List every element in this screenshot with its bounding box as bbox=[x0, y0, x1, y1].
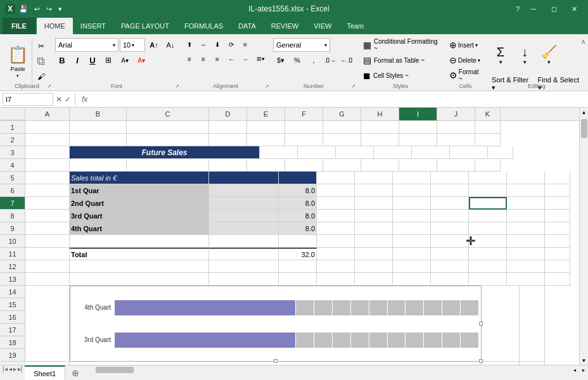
ribbon-tabs[interactable]: FILE HOME INSERT PAGE LAYOUT FORMULAS DA… bbox=[0, 18, 588, 34]
cell-A11[interactable] bbox=[25, 248, 70, 260]
save-button[interactable]: 💾 bbox=[16, 4, 30, 15]
cell-A6[interactable] bbox=[25, 184, 70, 197]
tab-formulas[interactable]: FORMULAS bbox=[177, 18, 231, 34]
row-header-19[interactable]: 19 bbox=[0, 349, 25, 362]
cell-G11[interactable] bbox=[393, 248, 431, 260]
cell-A15[interactable] bbox=[25, 362, 70, 365]
cell-E8[interactable] bbox=[317, 210, 355, 222]
increase-indent-button[interactable]: → bbox=[239, 53, 252, 65]
tab-page-layout[interactable]: PAGE LAYOUT bbox=[113, 18, 177, 34]
col-header-g[interactable]: G bbox=[323, 108, 361, 120]
merge-center-button[interactable]: ⊞▾ bbox=[253, 52, 268, 66]
cell-C13[interactable] bbox=[209, 273, 279, 286]
hscroll-thumb[interactable] bbox=[96, 367, 134, 373]
cell-B1[interactable] bbox=[70, 121, 127, 134]
cell-F13[interactable] bbox=[355, 273, 393, 286]
cut-button[interactable]: ✂ bbox=[34, 39, 49, 53]
cell-F4[interactable] bbox=[285, 159, 323, 172]
cell-J13[interactable] bbox=[507, 273, 545, 286]
cell-K15[interactable] bbox=[520, 362, 545, 365]
cell-A13[interactable] bbox=[25, 273, 70, 286]
sheet-navigation[interactable]: |◂ ◂ ▸ ▸| bbox=[0, 365, 25, 380]
cell-H5[interactable] bbox=[431, 172, 469, 184]
cell-A9[interactable] bbox=[25, 222, 70, 235]
close-button[interactable]: ✕ bbox=[565, 0, 583, 18]
confirm-formula-icon[interactable]: ✓ bbox=[65, 95, 71, 104]
cell-J4[interactable] bbox=[437, 159, 475, 172]
cell-C6[interactable] bbox=[209, 184, 279, 197]
underline-button[interactable]: U bbox=[86, 53, 99, 67]
col-header-c[interactable]: C bbox=[127, 108, 209, 120]
increase-decimal-button[interactable]: .0→ bbox=[323, 53, 338, 67]
decrease-font-button[interactable]: A↓ bbox=[163, 38, 178, 52]
tab-view[interactable]: VIEW bbox=[306, 18, 339, 34]
row-header-11[interactable]: 11 bbox=[0, 248, 25, 260]
corner-cell[interactable] bbox=[0, 108, 25, 120]
cell-J10[interactable] bbox=[507, 235, 545, 248]
tab-team[interactable]: Team bbox=[339, 18, 371, 34]
tab-insert[interactable]: INSERT bbox=[73, 18, 113, 34]
cell-I9[interactable] bbox=[469, 222, 507, 235]
paste-button[interactable]: 📋 Paste ▾ bbox=[4, 38, 32, 85]
cell-G3[interactable] bbox=[336, 146, 374, 159]
cell-A14[interactable] bbox=[25, 286, 70, 362]
cell-D1[interactable] bbox=[209, 121, 247, 134]
cell-C11[interactable] bbox=[209, 248, 279, 260]
row-header-12[interactable]: 12 bbox=[0, 260, 25, 273]
cell-F1[interactable] bbox=[285, 121, 323, 134]
cell-H11[interactable] bbox=[431, 248, 469, 260]
row-header-15[interactable]: 15 bbox=[0, 298, 25, 311]
cell-J5[interactable] bbox=[507, 172, 545, 184]
cell-F12[interactable] bbox=[355, 260, 393, 273]
font-size-selector[interactable]: 10 ▾ bbox=[120, 38, 145, 52]
horizontal-scrollbar[interactable] bbox=[83, 365, 570, 380]
cell-D5[interactable] bbox=[279, 172, 317, 184]
col-header-b[interactable]: B bbox=[70, 108, 127, 120]
cell-E3[interactable] bbox=[260, 146, 298, 159]
collapse-ribbon-button[interactable]: ∧ bbox=[581, 38, 585, 45]
quick-access-toolbar[interactable]: X 💾 ↩ ↪ ▾ bbox=[5, 4, 65, 15]
row-header-13[interactable]: 13 bbox=[0, 273, 25, 286]
cell-J14[interactable] bbox=[482, 286, 520, 362]
cell-K7[interactable] bbox=[545, 197, 570, 210]
cell-I4[interactable] bbox=[399, 159, 437, 172]
autosum-button[interactable]: Σ ▾ bbox=[489, 38, 512, 73]
italic-button[interactable]: I bbox=[70, 53, 84, 67]
cell-H3[interactable] bbox=[374, 146, 412, 159]
cell-G13[interactable] bbox=[393, 273, 431, 286]
cell-E9[interactable] bbox=[317, 222, 355, 235]
cell-H1[interactable] bbox=[361, 121, 399, 134]
cell-styles-button[interactable]: ◼ Cell Styles ~ bbox=[359, 68, 412, 82]
cell-E5[interactable] bbox=[317, 172, 355, 184]
row-header-18[interactable]: 18 bbox=[0, 336, 25, 349]
redo-button[interactable]: ↪ bbox=[44, 4, 54, 15]
fill-color-button[interactable]: A▾ bbox=[117, 53, 132, 67]
cell-G12[interactable] bbox=[393, 260, 431, 273]
cell-J15[interactable] bbox=[482, 362, 520, 365]
cell-I1[interactable] bbox=[399, 121, 437, 134]
cell-C7[interactable] bbox=[209, 197, 279, 210]
cell-H13[interactable] bbox=[431, 273, 469, 286]
cell-B6[interactable]: 1st Quar bbox=[70, 184, 209, 197]
col-header-k[interactable]: K bbox=[475, 108, 501, 120]
col-header-d[interactable]: D bbox=[209, 108, 247, 120]
cell-J11[interactable] bbox=[507, 248, 545, 260]
align-bottom-button[interactable]: ⬇ bbox=[211, 38, 224, 51]
cell-D8[interactable]: 8.0 bbox=[279, 210, 317, 222]
cell-H7[interactable] bbox=[431, 197, 469, 210]
col-header-e[interactable]: E bbox=[247, 108, 285, 120]
align-middle-button[interactable]: ↔ bbox=[197, 38, 210, 51]
decrease-decimal-button[interactable]: ←.0 bbox=[339, 53, 354, 67]
cell-A3[interactable] bbox=[25, 146, 70, 159]
cell-J8[interactable] bbox=[507, 210, 545, 222]
cell-K11[interactable] bbox=[545, 248, 570, 260]
cell-D4[interactable] bbox=[209, 159, 247, 172]
increase-font-button[interactable]: A↑ bbox=[146, 38, 162, 52]
copy-button[interactable]: ⿻ bbox=[34, 54, 49, 68]
cell-C9[interactable] bbox=[209, 222, 279, 235]
fill-button[interactable]: ↓ ▾ bbox=[513, 38, 536, 73]
cell-A10[interactable] bbox=[25, 235, 70, 248]
cell-B4[interactable] bbox=[70, 159, 127, 172]
cell-C1[interactable] bbox=[127, 121, 209, 134]
conditional-formatting-button[interactable]: ▦ Conditional Formatting ~ bbox=[359, 38, 442, 52]
